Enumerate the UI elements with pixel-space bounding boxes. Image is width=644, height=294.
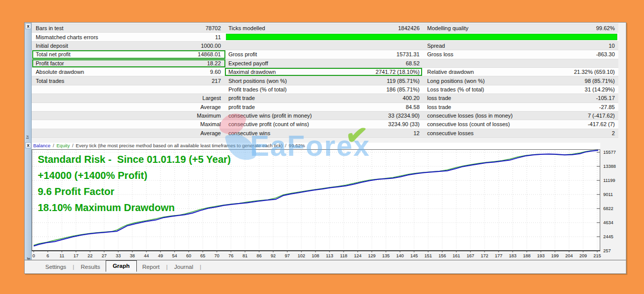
x-tick-label: 102 [297,253,305,258]
cell-value: 12 [338,130,423,136]
cell-value: -863.30 [529,51,618,57]
cell-label: Profit trades (% of total) [224,86,338,92]
table-row: Profit trades (% of total)186 (85.71%)Lo… [32,85,618,93]
tab-settings[interactable]: Settings [40,262,72,271]
tab-separator: | [72,264,75,270]
x-tick-label: 27 [102,253,107,258]
cell-value: Average [148,130,224,136]
tab-results[interactable]: Results [75,262,106,271]
tab-graph[interactable]: Graph [106,260,137,272]
x-tick-label: 60 [186,253,191,258]
y-tick-label: 6822 [603,206,613,211]
legend-method: Every tick (the most precise method base… [76,143,283,148]
cell-label: Expected payoff [224,60,338,66]
x-tick-label: 0 [32,253,35,258]
legend-separator: / [52,143,55,148]
x-axis-labels: 0611172227333844495460657076818692971021… [32,253,600,259]
cell-value: 2741.72 (18.10%) [338,69,423,75]
y-tick-label: 4634 [603,220,613,225]
x-tick-label: 65 [200,253,205,258]
x-tick-label: 17 [73,253,78,258]
cell-value: 14868.01 [148,51,224,57]
cell-value: 9.60 [148,69,224,75]
cell-label: Modelling quality [423,25,529,31]
x-tick-label: 129 [368,253,375,258]
x-tick-label: 151 [424,253,432,258]
x-tick-label: 140 [396,253,404,258]
x-tick-label: 49 [158,253,163,258]
cell-label: Total net profit [32,51,148,57]
report-table: Bars in test78702Ticks modelled1842426Mo… [32,24,618,138]
close-icon[interactable]: x [25,142,31,148]
cell-label: Gross loss [423,51,529,57]
y-tick-label: 257 [603,248,611,253]
x-tick-label: 118 [340,253,347,258]
tab-separator: | [165,264,169,270]
strip-mid-label: br [25,135,30,139]
cell-value: 186 (85.71%) [338,86,423,92]
tester-window: x br x Tester Bars in test78702Ticks mod… [24,22,626,274]
x-tick-label: 44 [144,253,149,258]
x-tick-label: 81 [243,253,248,258]
legend-separator: / [71,143,74,148]
table-row: Absolute drawdown9.60Maximal drawdown274… [32,68,618,76]
cell-label: consecutive wins (profit in money) [224,113,338,119]
cell-value: 78702 [148,25,224,31]
x-tick-label: 54 [172,253,177,258]
y-tick-label: 11199 [603,178,615,183]
cell-value: -105.17 [529,95,618,101]
x-tick-label: 22 [88,253,93,258]
cell-label: Profit factor [32,60,148,66]
cell-value: 217 [148,78,224,84]
legend-balance: Balance [33,143,50,148]
x-tick-label: 183 [509,253,516,258]
table-row: Maximumconsecutive wins (profit in money… [32,111,618,120]
cell-label: Initial deposit [32,43,148,49]
x-tick-label: 124 [354,253,361,258]
legend-separator: / [284,143,288,148]
x-tick-label: 33 [116,253,121,258]
cell-label: Absolute drawdown [32,69,148,75]
table-row: Total net profit14868.01Gross profit1573… [32,50,618,58]
x-tick-label: 172 [480,253,488,258]
cell-label: loss trade [423,104,529,110]
x-tick-label: 188 [523,253,530,258]
cell-value: 21.32% (659.10) [529,69,618,75]
modelling-quality-bar [226,34,617,40]
cell-value: Maximum [148,113,224,119]
tab-journal[interactable]: Journal [169,262,199,271]
legend-equity: Equity [56,143,69,148]
cell-value: 84.58 [338,104,423,110]
table-row: Profit factor18.22Expected payoff68.52 [32,59,618,68]
cell-label: Ticks modelled [224,25,338,31]
x-tick-label: 11 [59,253,64,258]
cell-value: 119 (85.71%) [338,78,423,84]
cell-value: 11 [148,34,224,40]
x-tick-label: 199 [551,253,558,258]
table-row: Averageconsecutive wins12consecutive los… [32,129,618,138]
x-tick-label: 113 [326,253,333,258]
cell-label: Long positions (won %) [423,78,529,84]
close-icon[interactable]: x [25,23,31,29]
cell-label: Bars in test [32,25,148,31]
x-tick-label: 156 [438,253,446,258]
equity-curve-plot [32,149,600,252]
y-tick-label: 9011 [603,192,613,197]
cell-label: consecutive loss (count of losses) [423,121,529,127]
x-tick-label: 86 [257,253,262,258]
cell-label: Total trades [32,78,148,84]
x-tick-label: 70 [214,253,219,258]
x-tick-label: 161 [452,253,460,258]
cell-value: 1842426 [338,25,423,31]
tab-separator: | [199,264,202,270]
cell-value: Largest [148,95,224,101]
x-tick-label: 193 [537,253,544,258]
x-tick-label: 204 [565,253,573,258]
cell-value: Maximal [148,121,224,127]
x-tick-label: 215 [593,253,601,258]
cell-value: 18.22 [148,60,224,66]
cell-label: profit trade [224,95,338,101]
orange-frame: x br x Tester Bars in test78702Ticks mod… [0,0,644,294]
cell-label: Loss trades (% of total) [423,86,529,92]
tab-report[interactable]: Report [137,262,166,271]
